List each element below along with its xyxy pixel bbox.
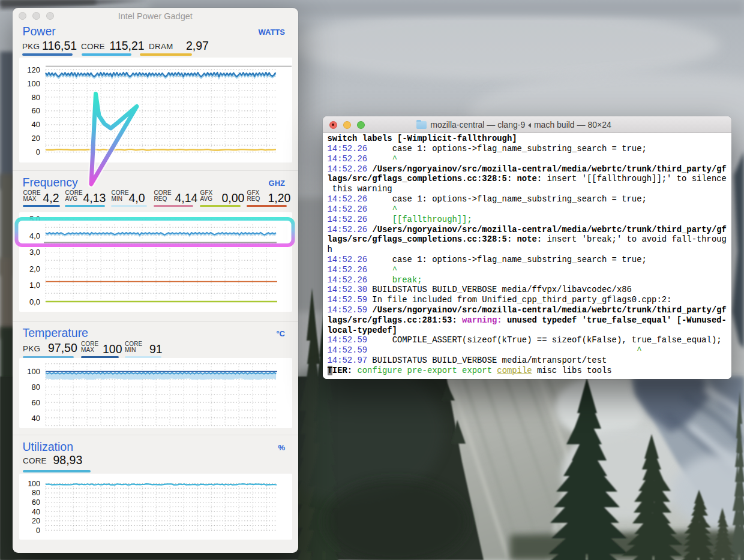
svg-text:60: 60 xyxy=(32,498,40,507)
svg-text:100: 100 xyxy=(27,367,40,376)
svg-text:80: 80 xyxy=(32,489,40,497)
svg-text:0,0: 0,0 xyxy=(29,297,40,306)
svg-text:0: 0 xyxy=(35,147,40,156)
svg-text:0: 0 xyxy=(36,526,40,534)
svg-text:20: 20 xyxy=(32,517,40,525)
svg-text:5,0: 5,0 xyxy=(29,215,40,224)
svg-text:80: 80 xyxy=(31,92,40,101)
svg-text:80: 80 xyxy=(31,383,40,392)
svg-text:100: 100 xyxy=(28,479,40,487)
svg-text:20: 20 xyxy=(31,134,40,143)
svg-text:60: 60 xyxy=(31,106,40,115)
svg-text:40: 40 xyxy=(32,507,40,516)
svg-text:4,0: 4,0 xyxy=(29,231,40,240)
svg-text:100: 100 xyxy=(27,79,40,88)
svg-text:40: 40 xyxy=(31,120,40,129)
svg-text:60: 60 xyxy=(31,398,40,407)
svg-text:40: 40 xyxy=(31,414,40,423)
svg-text:1,0: 1,0 xyxy=(29,281,40,290)
svg-text:3,0: 3,0 xyxy=(29,248,40,257)
svg-text:2,0: 2,0 xyxy=(29,264,40,273)
svg-text:120: 120 xyxy=(27,65,40,74)
